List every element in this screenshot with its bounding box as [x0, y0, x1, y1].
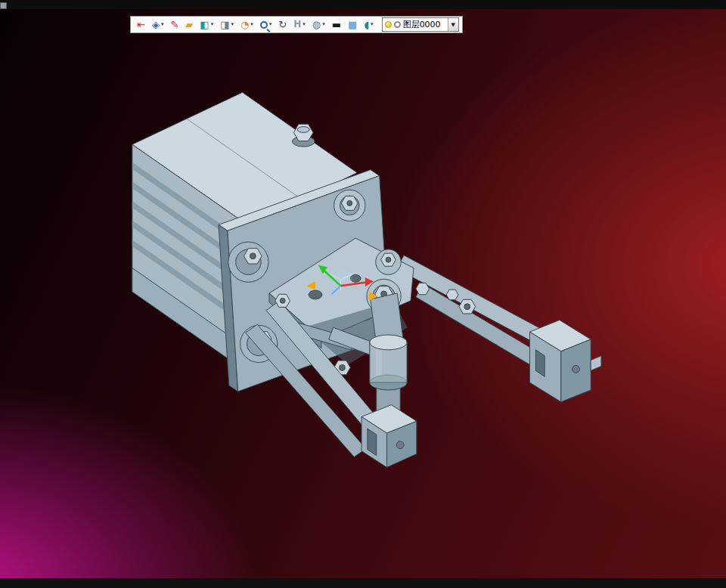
model-top-fitting-left[interactable] [292, 124, 315, 147]
3d-viewport[interactable] [0, 9, 726, 578]
pencil-button[interactable]: ✎ [167, 17, 182, 32]
main-toolbar: ⇤ ◈▾ ✎ ▰ ◧▾ ◨▾ ◔▾ ▾ ↻ H▾ ◍▾ ▬ ■ ◖▾ 图层000… [130, 16, 463, 33]
yellow-block-button[interactable]: ▰ [182, 17, 196, 32]
chevron-down-icon[interactable]: ▾ [161, 17, 164, 32]
shaded-view-button[interactable]: ◖▾ [361, 17, 376, 32]
chevron-down-icon[interactable]: ▾ [322, 17, 325, 32]
chevron-down-icon[interactable]: ▾ [231, 17, 234, 32]
layer-name: 图层0000 [403, 18, 445, 31]
view-cube-button[interactable]: ◈▾ [149, 17, 167, 32]
shaded-view-icon: ◖ [364, 17, 369, 32]
model-upper-finger[interactable] [529, 320, 600, 401]
line-width-button[interactable]: ▬ [329, 17, 344, 32]
chevron-down-icon[interactable]: ▾ [211, 17, 214, 32]
chevron-down-icon[interactable]: ▾ [371, 17, 374, 32]
zoom-button[interactable]: ▾ [257, 17, 275, 32]
rotate-view-button[interactable]: ↻ [275, 17, 290, 32]
view-cube-icon: ◈ [152, 17, 160, 32]
chevron-down-icon[interactable]: ▾ [302, 17, 306, 32]
window-corner-artifact [0, 2, 7, 9]
chevron-down-icon[interactable]: ▾ [250, 17, 253, 32]
render-mode-button[interactable]: ◍▾ [309, 17, 328, 32]
model-boss-top-left[interactable] [228, 242, 268, 282]
application-window: ⇤ ◈▾ ✎ ▰ ◧▾ ◨▾ ◔▾ ▾ ↻ H▾ ◍▾ ▬ ■ ◖▾ 图层000… [0, 0, 726, 588]
line-width-icon: ▬ [332, 17, 341, 32]
orange-pie-icon: ◔ [240, 17, 249, 32]
pencil-icon: ✎ [170, 17, 178, 32]
white-cube-icon: ◨ [220, 17, 229, 32]
exit-door-button[interactable]: ⇤ [134, 17, 148, 32]
yellow-block-icon: ▰ [185, 17, 193, 32]
model-canvas[interactable] [0, 9, 726, 578]
layer-selector[interactable]: 图层0000 ▼ [382, 17, 459, 32]
chevron-down-icon[interactable]: ▾ [269, 17, 272, 32]
white-cube-button[interactable]: ◨▾ [217, 17, 237, 32]
model-lower-finger[interactable] [361, 405, 417, 468]
rotate-view-icon: ↻ [278, 17, 287, 32]
model-boss-top-right[interactable] [334, 190, 365, 221]
teal-cube-icon: ◧ [200, 17, 209, 32]
orange-pie-button[interactable]: ◔▾ [237, 17, 256, 32]
color-swatch-button[interactable]: ■ [345, 17, 360, 32]
grid-h-icon: H [293, 17, 301, 32]
lightbulb-icon[interactable] [385, 21, 392, 28]
color-swatch-icon: ■ [348, 17, 357, 32]
exit-door-icon: ⇤ [137, 17, 145, 32]
teal-cube-button[interactable]: ◧▾ [197, 17, 216, 32]
layer-dropdown-arrow[interactable]: ▼ [448, 18, 458, 31]
bottom-window-strip [0, 578, 726, 588]
render-sphere-icon: ◍ [312, 17, 321, 32]
grid-button[interactable]: H▾ [290, 17, 309, 32]
magnifier-icon [260, 21, 268, 29]
top-window-strip [0, 0, 726, 9]
layer-state-icon[interactable] [394, 21, 401, 28]
